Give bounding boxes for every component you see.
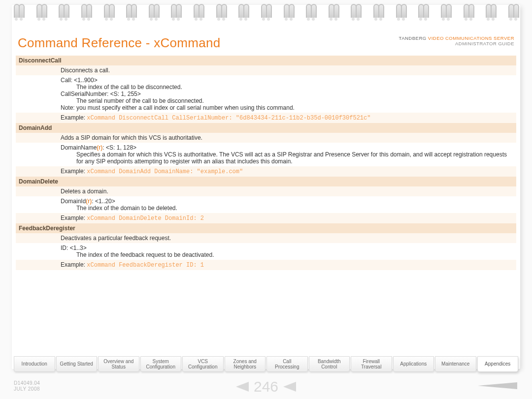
command-row: Call: <1..900>The index of the call to b… [16, 75, 516, 113]
command-row: Example: xCommand DomainDelete DomainId:… [16, 213, 516, 223]
brand-subtitle: ADMINISTRATOR GUIDE [399, 41, 514, 46]
tab-vcs[interactable]: VCSConfiguration [182, 356, 224, 372]
command-row: DomainId(r): <1..20>The index of the dom… [16, 196, 516, 213]
command-row: Example: xCommand DomainAdd DomainName: … [16, 166, 516, 177]
command-table: DisconnectCallDisconnects a call.Call: <… [16, 56, 516, 270]
brand-company: TANDBERG [399, 35, 427, 41]
command-row: Adds a SIP domain for which this VCS is … [16, 133, 516, 143]
tab-system[interactable]: SystemConfiguration [140, 356, 182, 372]
content-area: Command Reference - xCommand TANDBERG VI… [12, 5, 520, 275]
command-header: FeedbackDeregister [16, 223, 516, 233]
tab-bandwidth[interactable]: BandwidthControl [309, 356, 350, 372]
tab-introduction[interactable]: Introduction [14, 356, 55, 372]
tab-zones-and[interactable]: Zones andNeighbors [225, 356, 266, 372]
footer-tabs: IntroductionGetting StartedOverview andS… [14, 356, 518, 372]
page-title: Command Reference - xCommand [18, 35, 221, 51]
command-row: Example: xCommand DisconnectCall CallSer… [16, 113, 516, 123]
tab-getting-started[interactable]: Getting Started [56, 356, 98, 372]
next-section-arrow-icon[interactable] [478, 382, 517, 389]
brand-block: TANDBERG VIDEO COMMUNICATIONS SERVER ADM… [399, 35, 514, 46]
command-row: Deletes a domain. [16, 186, 516, 196]
command-header: DomainDelete [16, 177, 516, 186]
brand-product: VIDEO COMMUNICATIONS SERVER [428, 35, 514, 41]
command-row: ID: <1..3>The index of the feedback requ… [16, 243, 516, 260]
tab-appendices[interactable]: Appendices [477, 356, 519, 372]
command-header: DisconnectCall [16, 56, 516, 65]
page-card: Command Reference - xCommand TANDBERG VI… [12, 5, 520, 369]
tab-call[interactable]: CallProcessing [266, 356, 308, 372]
page-number: 246 [254, 378, 278, 395]
page-header: Command Reference - xCommand TANDBERG VI… [16, 35, 516, 56]
command-header: DomainAdd [16, 123, 516, 133]
command-row: Example: xCommand FeedbackDeregister ID:… [16, 260, 516, 270]
command-row: DomainName(r): <S: 1, 128>Specifies a do… [16, 143, 516, 166]
page-indicator: 246 [0, 378, 532, 395]
prev-page-arrow-icon-2[interactable] [283, 382, 296, 392]
command-row: Deactivates a particular feedback reques… [16, 233, 516, 243]
tab-applications[interactable]: Applications [393, 356, 434, 372]
prev-page-arrow-icon[interactable] [236, 382, 249, 392]
tab-firewall[interactable]: FirewallTraversal [351, 356, 392, 372]
command-row: Disconnects a call. [16, 65, 516, 75]
tab-overview-and[interactable]: Overview andStatus [98, 356, 139, 372]
tab-maintenance[interactable]: Maintenance [435, 356, 476, 372]
